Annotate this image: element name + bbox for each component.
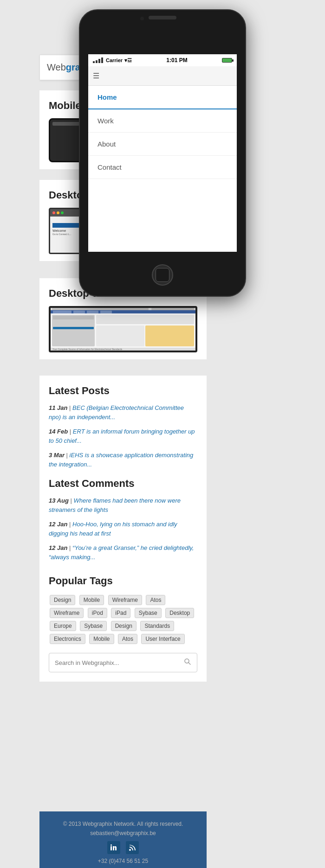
svg-point-3 — [110, 844, 112, 846]
tag[interactable]: Mobile — [89, 634, 114, 644]
phone-screen: Carrier ▾☲ 1:01 PM ☰ Home Work About Con… — [88, 54, 237, 252]
footer-copyright: © 2013 Webgraphix Network. All rights re… — [49, 821, 197, 827]
post-item: 14 Feb | ERT is an informal forum bringi… — [49, 427, 197, 445]
tag[interactable]: Europe — [50, 621, 76, 631]
post-date: 14 Feb — [49, 428, 68, 435]
svg-point-4 — [129, 849, 131, 851]
post-date: 11 Jan — [49, 404, 67, 411]
nav-contact[interactable]: Contact — [88, 156, 237, 179]
post-date: 3 Mar — [49, 452, 65, 459]
popular-tags-section: Popular Tags Design Mobile Wireframe Ato… — [39, 566, 207, 682]
footer-email[interactable]: sebastien@webgraphix.be — [49, 830, 197, 836]
svg-line-1 — [188, 663, 190, 664]
search-input[interactable] — [49, 655, 178, 671]
comment-item: 12 Jan | “You’re a great Granser,” he cr… — [49, 543, 197, 562]
comment-excerpt[interactable]: Hoo-Hoo, lying on his stomach and idly d… — [49, 521, 177, 537]
tag[interactable]: Atos — [146, 595, 165, 605]
latest-posts-title: Latest Posts — [49, 385, 197, 397]
battery-icon — [222, 58, 232, 63]
tag[interactable]: Atos — [118, 634, 137, 644]
tag[interactable]: Mobile — [79, 595, 104, 605]
tag[interactable]: Wireframe — [50, 608, 84, 618]
linkedin-icon[interactable] — [107, 841, 120, 854]
hamburger-icon[interactable]: ☰ — [93, 71, 99, 80]
phone-top-bar: ☰ — [88, 66, 237, 86]
footer-social-icons — [49, 841, 197, 854]
search-icon — [184, 658, 191, 665]
nav-home[interactable]: Home — [88, 86, 237, 109]
latest-comments-title: Latest Comments — [49, 478, 197, 490]
tags-container: Design Mobile Wireframe Atos Wireframe i… — [49, 594, 197, 645]
search-button[interactable] — [178, 653, 197, 672]
phone-nav-menu: Home Work About Contact — [88, 86, 237, 252]
wifi-icon: ▾☲ — [124, 57, 132, 64]
footer-phone: +32 (0)474 56 51 25 — [49, 858, 197, 864]
phone-status-bar: Carrier ▾☲ 1:01 PM — [88, 54, 237, 66]
latest-comments-section: Latest Comments 13 Aug | Where flames ha… — [39, 468, 207, 576]
tag[interactable]: Design — [111, 621, 136, 631]
post-item: 3 Mar | iEHS is a showcase application d… — [49, 451, 197, 469]
comment-date: 12 Jan — [49, 521, 67, 528]
comment-item: 13 Aug | Where flames had been there now… — [49, 496, 197, 514]
phone-camera — [140, 17, 144, 20]
tag[interactable]: Desktop — [165, 608, 194, 618]
post-item: 11 Jan | BEC (Belgian Electrotechnical C… — [49, 403, 197, 421]
footer: © 2013 Webgraphix Network. All rights re… — [39, 811, 207, 868]
signal-icon — [93, 57, 103, 63]
tag[interactable]: iPad — [111, 608, 130, 618]
phone-device: Carrier ▾☲ 1:01 PM ☰ Home Work About Con… — [79, 9, 246, 297]
wireframe-screenshot: Your Complete Source of Information for … — [49, 306, 197, 352]
nav-about[interactable]: About — [88, 133, 237, 156]
comment-date: 12 Jan — [49, 544, 67, 551]
post-excerpt[interactable]: iEHS is a showcase application demonstra… — [49, 452, 193, 468]
comment-excerpt[interactable]: Where flames had been there now were str… — [49, 497, 181, 513]
tag[interactable]: Standards — [140, 621, 174, 631]
tag[interactable]: User Interface — [141, 634, 184, 644]
carrier-label: Carrier — [106, 57, 123, 63]
tag[interactable]: Sybase — [80, 621, 107, 631]
nav-work[interactable]: Work — [88, 109, 237, 133]
tag[interactable]: Design — [50, 595, 75, 605]
comment-item: 12 Jan | Hoo-Hoo, lying on his stomach a… — [49, 520, 197, 538]
search-box — [49, 653, 197, 672]
phone-speaker — [149, 16, 176, 19]
time-display: 1:01 PM — [166, 57, 187, 64]
rss-icon[interactable] — [126, 841, 139, 854]
svg-rect-2 — [110, 846, 112, 850]
phone-home-button[interactable] — [152, 264, 173, 286]
tag[interactable]: iPod — [88, 608, 107, 618]
latest-posts-section: Latest Posts 11 Jan | BEC (Belgian Elect… — [39, 376, 207, 484]
tag[interactable]: Electronics — [50, 634, 85, 644]
tag[interactable]: Sybase — [135, 608, 162, 618]
popular-tags-title: Popular Tags — [49, 575, 197, 587]
comment-date: 13 Aug — [49, 497, 69, 504]
tag[interactable]: Wireframe — [108, 595, 142, 605]
